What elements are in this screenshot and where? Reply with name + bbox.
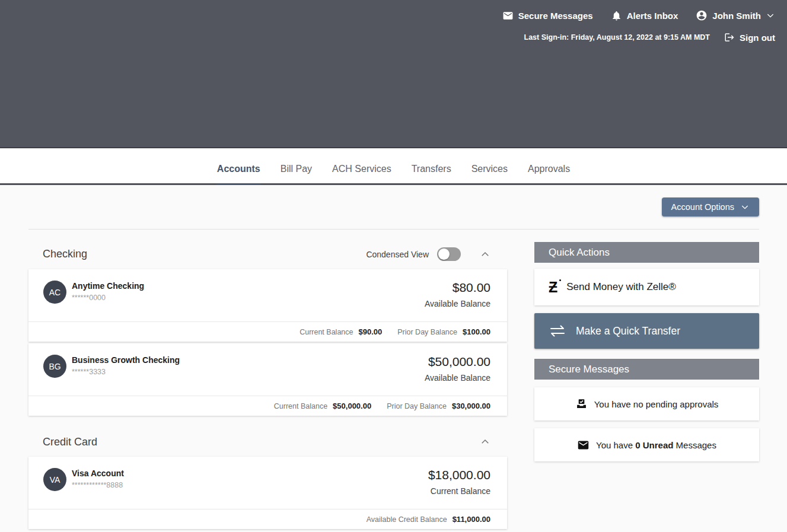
tab-approvals[interactable]: Approvals bbox=[527, 164, 571, 185]
detail-label: Prior Day Balance bbox=[397, 328, 457, 336]
balance-detail: Prior Day Balance $100.00 bbox=[397, 327, 490, 336]
alerts-inbox-link[interactable]: Alerts Inbox bbox=[611, 10, 678, 21]
transfer-arrows-icon bbox=[549, 324, 566, 337]
account-footer: Available Credit Balance $11,000.00 bbox=[28, 509, 507, 529]
last-sign-in-text: Last Sign-in: Friday, August 12, 2022 at… bbox=[524, 33, 710, 42]
unread-messages-card[interactable]: You have 0 Unread Messages bbox=[534, 428, 759, 461]
account-identity: Business Growth Checking ******3333 bbox=[72, 355, 425, 376]
user-menu[interactable]: John Smith bbox=[696, 9, 775, 21]
balance-label: Available Balance bbox=[425, 373, 490, 383]
account-group-checking: Checking Condensed View AC Anytime Check… bbox=[28, 230, 507, 416]
avatar: VA bbox=[43, 468, 66, 491]
header-row-secondary: Last Sign-in: Friday, August 12, 2022 at… bbox=[524, 32, 775, 43]
account-row[interactable]: AC Anytime Checking ******0000 $80.00 Av… bbox=[28, 269, 507, 321]
balance-amount: $18,000.00 bbox=[428, 468, 490, 482]
condensed-view-control: Condensed View bbox=[366, 247, 461, 261]
account-options-label: Account Options bbox=[671, 202, 734, 212]
envelope-icon bbox=[577, 439, 590, 451]
balance-amount: $80.00 bbox=[425, 281, 490, 295]
account-name: Anytime Checking bbox=[72, 281, 425, 291]
balance-label: Available Balance bbox=[425, 299, 490, 308]
chevron-up-icon bbox=[480, 249, 490, 260]
account-group-credit-card: Credit Card VA Visa Account ************… bbox=[28, 418, 507, 529]
detail-label: Current Balance bbox=[299, 328, 353, 336]
balance-detail: Prior Day Balance $30,000.00 bbox=[387, 402, 490, 410]
envelope-icon bbox=[502, 10, 514, 21]
detail-value: $90.00 bbox=[358, 327, 382, 336]
account-identity: Visa Account ************8888 bbox=[72, 468, 428, 489]
user-name-label: John Smith bbox=[712, 11, 761, 21]
sign-out-icon bbox=[724, 32, 735, 43]
detail-label: Available Credit Balance bbox=[367, 515, 447, 524]
sign-out-button[interactable]: Sign out bbox=[724, 32, 775, 43]
tab-accounts[interactable]: Accounts bbox=[216, 164, 261, 185]
accounts-column: Checking Condensed View AC Anytime Check… bbox=[28, 230, 507, 531]
collapse-credit-card-button[interactable] bbox=[479, 435, 492, 448]
tab-bill-pay[interactable]: Bill Pay bbox=[280, 164, 313, 185]
group-header-credit-card: Credit Card bbox=[28, 418, 507, 457]
messages-count-bold: 0 Unread bbox=[635, 440, 673, 450]
sign-out-label: Sign out bbox=[740, 33, 775, 43]
sidebar: Quick Actions Ƶ Send Money with Zelle® M… bbox=[534, 230, 759, 461]
tab-services[interactable]: Services bbox=[471, 164, 508, 185]
send-money-zelle-button[interactable]: Ƶ Send Money with Zelle® bbox=[534, 269, 759, 305]
alerts-inbox-label: Alerts Inbox bbox=[627, 11, 678, 21]
collapse-checking-button[interactable] bbox=[479, 248, 492, 261]
toggle-knob bbox=[438, 249, 450, 260]
pending-approvals-card[interactable]: You have no pending approvals bbox=[534, 387, 759, 420]
detail-value: $100.00 bbox=[463, 327, 490, 336]
account-footer: Current Balance $50,000.00 Prior Day Bal… bbox=[28, 396, 507, 416]
balance-detail: Available Credit Balance $11,000.00 bbox=[367, 515, 490, 524]
chevron-up-icon bbox=[480, 437, 490, 447]
balance-label: Current Balance bbox=[428, 486, 490, 496]
group-title: Checking bbox=[43, 248, 366, 260]
account-card-anytime-checking: AC Anytime Checking ******0000 $80.00 Av… bbox=[28, 269, 507, 342]
avatar: AC bbox=[43, 281, 66, 304]
content-area: Checking Condensed View AC Anytime Check… bbox=[0, 230, 787, 531]
bell-icon bbox=[611, 10, 622, 21]
zelle-trademark-dot bbox=[559, 279, 561, 281]
balance-detail: Current Balance $90.00 bbox=[299, 327, 382, 336]
account-card-visa: VA Visa Account ************8888 $18,000… bbox=[28, 457, 507, 529]
condensed-view-toggle[interactable] bbox=[437, 247, 461, 261]
account-row[interactable]: VA Visa Account ************8888 $18,000… bbox=[28, 457, 507, 509]
account-row[interactable]: BG Business Growth Checking ******3333 $… bbox=[28, 343, 507, 396]
account-mask: ************8888 bbox=[72, 481, 428, 489]
make-quick-transfer-button[interactable]: Make a Quick Transfer bbox=[534, 313, 759, 349]
zelle-glyph-text: Ƶ bbox=[549, 280, 557, 295]
quick-actions-header: Quick Actions bbox=[534, 242, 759, 263]
group-header-checking: Checking Condensed View bbox=[28, 230, 507, 269]
ballot-check-icon bbox=[575, 398, 588, 410]
page-toolbar: Account Options bbox=[0, 185, 787, 229]
account-balance: $80.00 Available Balance bbox=[425, 281, 490, 308]
account-name: Visa Account bbox=[72, 469, 428, 478]
secure-messages-header: Secure Messages bbox=[534, 359, 759, 380]
tab-ach-services[interactable]: ACH Services bbox=[332, 164, 392, 185]
unread-messages-text: You have 0 Unread Messages bbox=[596, 440, 716, 450]
top-header: Secure Messages Alerts Inbox John Smith … bbox=[0, 0, 787, 148]
main-nav: Accounts Bill Pay ACH Services Transfers… bbox=[0, 148, 787, 185]
account-options-button[interactable]: Account Options bbox=[662, 197, 759, 216]
detail-label: Prior Day Balance bbox=[387, 402, 447, 410]
detail-label: Current Balance bbox=[274, 402, 327, 410]
account-identity: Anytime Checking ******0000 bbox=[72, 281, 425, 302]
messages-prefix: You have bbox=[596, 440, 635, 450]
messages-suffix: Messages bbox=[673, 440, 716, 450]
balance-detail: Current Balance $50,000.00 bbox=[274, 402, 371, 410]
chevron-down-icon bbox=[766, 11, 775, 20]
zelle-label: Send Money with Zelle® bbox=[566, 281, 676, 293]
zelle-icon: Ƶ bbox=[549, 280, 557, 295]
header-row-primary: Secure Messages Alerts Inbox John Smith bbox=[502, 9, 775, 21]
chevron-down-icon bbox=[740, 202, 750, 212]
condensed-view-label: Condensed View bbox=[366, 250, 429, 259]
pending-approvals-text: You have no pending approvals bbox=[594, 399, 719, 409]
account-card-business-growth-checking: BG Business Growth Checking ******3333 $… bbox=[28, 343, 507, 416]
detail-value: $30,000.00 bbox=[452, 402, 490, 410]
tab-transfers[interactable]: Transfers bbox=[411, 164, 452, 185]
quick-transfer-label: Make a Quick Transfer bbox=[576, 325, 680, 337]
balance-amount: $50,000.00 bbox=[425, 355, 490, 369]
detail-value: $11,000.00 bbox=[453, 515, 490, 524]
header-actions: Secure Messages Alerts Inbox John Smith … bbox=[502, 0, 787, 43]
group-title: Credit Card bbox=[43, 436, 479, 448]
secure-messages-link[interactable]: Secure Messages bbox=[502, 10, 593, 21]
